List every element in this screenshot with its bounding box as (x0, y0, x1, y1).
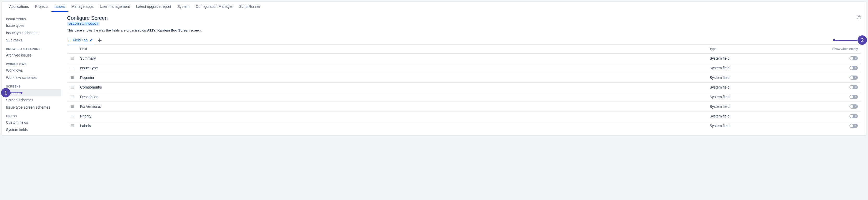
svg-rect-14 (71, 88, 74, 88)
svg-rect-11 (71, 78, 74, 79)
nav-tab-manage-apps[interactable]: Manage apps (68, 2, 97, 12)
svg-rect-25 (71, 125, 74, 126)
svg-rect-7 (71, 68, 74, 68)
drag-handle-icon[interactable] (67, 76, 78, 79)
drag-handle-icon[interactable] (67, 86, 78, 89)
show-when-empty-toggle[interactable]: ✕ (849, 114, 858, 118)
table-row: SummarySystem field✕ (67, 53, 861, 63)
desc-pre: This page shows the way the fields are o… (67, 28, 147, 32)
sidebar-item-workflow-schemes[interactable]: Workflow schemes (2, 74, 62, 81)
sidebar-group-title: BROWSE AND EXPORT (2, 44, 62, 51)
field-name: Issue Type (78, 66, 710, 70)
desc-post: screen. (189, 28, 202, 32)
show-when-empty-toggle[interactable]: ✕ (849, 76, 858, 80)
plus-icon (98, 39, 101, 42)
svg-rect-0 (68, 39, 71, 39)
page-description: This page shows the way the fields are o… (67, 28, 861, 32)
svg-rect-26 (71, 127, 74, 127)
field-tab-label: Field Tab (73, 38, 88, 42)
table-row: Fix Version/sSystem field✕ (67, 102, 861, 111)
field-empty-toggle-cell: ✕ (819, 95, 861, 99)
svg-rect-1 (68, 40, 71, 40)
field-empty-toggle-cell: ✕ (819, 105, 861, 109)
help-icon[interactable]: ? (857, 15, 861, 19)
sidebar-item-screen-schemes[interactable]: Screen schemes (2, 96, 62, 104)
add-tab-button[interactable] (97, 38, 102, 43)
page-title: Configure Screen (67, 15, 861, 21)
drag-handle-icon[interactable] (67, 124, 78, 127)
table-row: PrioritySystem field✕ (67, 111, 861, 121)
sidebar-group-title: WORKFLOWS (2, 59, 62, 67)
drag-handle-icon[interactable] (67, 57, 78, 60)
svg-rect-5 (71, 59, 74, 59)
nav-tab-scriptrunner[interactable]: ScriptRunner (236, 2, 264, 12)
annotation-2-circle: 2 (858, 35, 867, 45)
svg-rect-9 (71, 76, 74, 77)
drag-handle-icon[interactable] (67, 105, 78, 108)
field-name: Fix Version/s (78, 105, 710, 109)
svg-rect-12 (71, 86, 74, 86)
field-name: Component/s (78, 85, 710, 89)
col-type-header: Type (710, 47, 819, 51)
drag-handle-icon[interactable] (67, 95, 78, 98)
field-empty-toggle-cell: ✕ (819, 124, 861, 128)
field-empty-toggle-cell: ✕ (819, 66, 861, 70)
admin-container: ApplicationsProjectsIssuesManage appsUse… (2, 2, 866, 136)
table-row: Issue TypeSystem field✕ (67, 63, 861, 73)
field-name: Labels (78, 124, 710, 128)
col-field-header: Field (78, 47, 710, 51)
table-row: DescriptionSystem field✕ (67, 92, 861, 102)
show-when-empty-toggle[interactable]: ✕ (849, 66, 858, 70)
nav-tab-projects[interactable]: Projects (32, 2, 52, 12)
drag-handle-icon[interactable] (67, 115, 78, 118)
sidebar-item-sub-tasks[interactable]: Sub-tasks (2, 36, 62, 44)
show-when-empty-toggle[interactable]: ✕ (849, 56, 858, 61)
nav-tab-applications[interactable]: Applications (6, 2, 32, 12)
sidebar-item-archived-issues[interactable]: Archived issues (2, 51, 62, 59)
show-when-empty-toggle[interactable]: ✕ (849, 95, 858, 99)
show-when-empty-toggle[interactable]: ✕ (849, 85, 858, 89)
svg-rect-24 (71, 124, 74, 125)
field-name: Summary (78, 56, 710, 61)
table-header: Field Type Show when empty (67, 44, 861, 53)
field-empty-toggle-cell: ✕ (819, 85, 861, 89)
sidebar-group-title: ISSUE TYPES (2, 14, 62, 22)
sidebar-item-issue-type-screen-schemes[interactable]: Issue type screen schemes (2, 104, 62, 111)
field-name: Description (78, 95, 710, 99)
annotation-2: 2 (833, 35, 867, 45)
field-empty-toggle-cell: ✕ (819, 114, 861, 118)
field-type: System field (710, 85, 819, 89)
sidebar-item-system-fields[interactable]: System fields (2, 126, 62, 133)
sidebar-item-issue-types[interactable]: Issue types (2, 22, 62, 29)
nav-tab-user-management[interactable]: User management (97, 2, 133, 12)
svg-rect-10 (71, 77, 74, 78)
fields-table-body: SummarySystem field✕Issue TypeSystem fie… (67, 53, 861, 130)
svg-rect-17 (71, 98, 74, 98)
sidebar-item-issue-type-schemes[interactable]: Issue type schemes (2, 29, 62, 36)
svg-rect-15 (71, 95, 74, 96)
drag-handle-icon[interactable] (67, 67, 78, 70)
show-when-empty-toggle[interactable]: ✕ (849, 124, 858, 128)
field-empty-toggle-cell: ✕ (819, 76, 861, 80)
svg-rect-4 (71, 58, 74, 58)
pencil-icon[interactable] (89, 38, 93, 42)
content-area: ISSUE TYPESIssue typesIssue type schemes… (2, 12, 866, 135)
svg-rect-6 (71, 67, 74, 67)
nav-tab-latest-upgrade-report[interactable]: Latest upgrade report (133, 2, 174, 12)
col-empty-header: Show when empty (819, 47, 861, 51)
nav-tab-system[interactable]: System (174, 2, 193, 12)
desc-screen-name: A11Y: Kanban Bug Screen (147, 28, 189, 32)
field-type: System field (710, 105, 819, 109)
show-when-empty-toggle[interactable]: ✕ (849, 105, 858, 109)
svg-rect-13 (71, 87, 74, 87)
nav-tab-configuration-manager[interactable]: Configuration Manager (193, 2, 236, 12)
field-name: Reporter (78, 76, 710, 80)
sidebar-item-workflows[interactable]: Workflows (2, 67, 62, 74)
svg-rect-16 (71, 96, 74, 97)
sidebar-item-custom-fields[interactable]: Custom fields (2, 119, 62, 126)
svg-rect-22 (71, 116, 74, 116)
field-tab[interactable]: Field Tab (67, 36, 94, 44)
usage-badge[interactable]: USED BY 1 PROJECT (67, 22, 100, 26)
nav-tab-issues[interactable]: Issues (52, 2, 68, 12)
sidebar: ISSUE TYPESIssue typesIssue type schemes… (2, 12, 62, 135)
